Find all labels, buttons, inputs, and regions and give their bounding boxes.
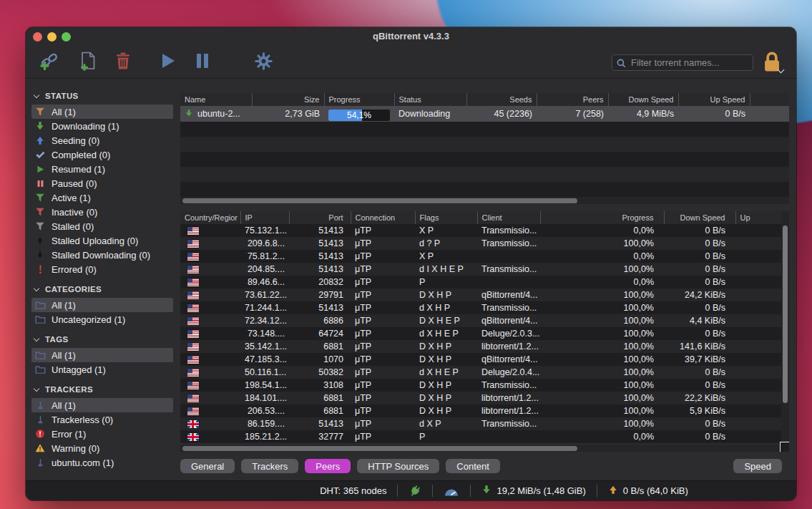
country-flag-icon bbox=[187, 291, 199, 299]
peers-col-flags[interactable]: Flags bbox=[415, 211, 477, 224]
tab-http-sources[interactable]: HTTP Sources bbox=[357, 459, 439, 473]
tab-content[interactable]: Content bbox=[446, 459, 500, 473]
sidebar-item-tracker-warning[interactable]: Warning (0) bbox=[31, 441, 173, 455]
sidebar-item-all-trackers[interactable]: All (1) bbox=[31, 398, 173, 412]
peer-row[interactable]: 73.61.22... 29791 μTP D X H P qBittorren… bbox=[180, 289, 789, 301]
sidebar-item-tracker-ubuntu[interactable]: ubuntu.com (1) bbox=[31, 455, 173, 470]
pause-button[interactable] bbox=[192, 52, 213, 73]
torrents-col-progress[interactable]: Progress bbox=[324, 93, 394, 106]
delete-button[interactable] bbox=[112, 52, 134, 73]
peer-row[interactable]: 198.54.1... 3108 μTP D X H P Transmissio… bbox=[180, 379, 789, 392]
peer-row[interactable]: 47.185.3... 1070 μTP D X H P qBittorrent… bbox=[180, 353, 789, 366]
peer-connection: μTP bbox=[351, 237, 415, 250]
peer-ip: 86.159.... bbox=[240, 417, 289, 430]
tab-speed[interactable]: Speed bbox=[733, 459, 782, 473]
scrollbar-thumb[interactable] bbox=[182, 446, 577, 451]
peer-progress: 100,0% bbox=[540, 289, 664, 301]
sidebar-item-stalled[interactable]: Stalled (0) bbox=[31, 219, 173, 233]
peers-vertical-scrollbar[interactable] bbox=[781, 211, 789, 445]
sidebar-item-stalled-downloading[interactable]: Stalled Downloading (0) bbox=[31, 248, 173, 262]
torrents-col-name[interactable]: Name bbox=[180, 93, 252, 106]
peer-down-speed: 0 B/s bbox=[664, 366, 735, 379]
sidebar-section-trackers[interactable]: TRACKERS bbox=[33, 382, 179, 397]
torrents-col-status[interactable]: Status bbox=[394, 93, 466, 106]
alt-speed-gauge-icon[interactable] bbox=[444, 485, 459, 497]
peer-row[interactable]: 209.6.8... 51413 μTP d ? P Transmissio..… bbox=[180, 237, 789, 250]
peer-port: 51413 bbox=[289, 417, 351, 430]
sidebar-item-completed[interactable]: Completed (0) bbox=[31, 147, 173, 162]
play-icon bbox=[159, 52, 177, 73]
sidebar-item-all-categories[interactable]: All (1) bbox=[31, 298, 173, 312]
peer-flags: d ? P bbox=[415, 237, 477, 250]
sidebar-item-active[interactable]: Active (1) bbox=[31, 190, 173, 205]
sidebar-item-inactive[interactable]: Inactive (0) bbox=[31, 205, 173, 219]
peers-col-connection[interactable]: Connection bbox=[351, 211, 415, 224]
torrents-col-filler bbox=[750, 93, 789, 106]
resize-corner-handle[interactable] bbox=[780, 442, 789, 452]
peer-row[interactable]: 35.142.1... 6881 μTP D X H P libtorrent/… bbox=[180, 340, 789, 353]
peers-col-port[interactable]: Port bbox=[289, 211, 351, 224]
scrollbar-thumb[interactable] bbox=[783, 226, 788, 403]
titlebar[interactable]: qBittorrent v4.3.3 bbox=[26, 27, 796, 46]
torrents-col-up-speed[interactable]: Up Speed bbox=[678, 93, 750, 106]
add-torrent-link-button[interactable] bbox=[39, 52, 60, 73]
sidebar-section-categories[interactable]: CATEGORIES bbox=[33, 282, 179, 296]
peers-col-progress[interactable]: Progress bbox=[540, 211, 664, 224]
peers-col-ip[interactable]: IP bbox=[240, 211, 289, 224]
sidebar-item-resumed[interactable]: Resumed (1) bbox=[31, 162, 173, 176]
peer-row[interactable]: 73.148.... 64724 μTP d X H E P Deluge/2.… bbox=[180, 327, 789, 340]
sidebar-item-uncategorized[interactable]: Uncategorized (1) bbox=[31, 312, 173, 326]
peer-flags: P bbox=[415, 430, 477, 443]
peer-row[interactable]: 75.132.1... 51413 μTP X P Transmissio...… bbox=[180, 224, 789, 237]
peers-col-country[interactable]: Country/Regior bbox=[180, 211, 240, 224]
sidebar-item-downloading[interactable]: Downloading (1) bbox=[31, 119, 173, 133]
torrents-horizontal-scrollbar[interactable] bbox=[180, 197, 789, 204]
peer-port: 51413 bbox=[289, 301, 351, 314]
sidebar-item-all-tags[interactable]: All (1) bbox=[31, 348, 173, 362]
peer-ip: 75.132.1... bbox=[240, 224, 289, 237]
sidebar-item-seeding[interactable]: Seeding (0) bbox=[31, 133, 173, 147]
torrents-col-peers[interactable]: Peers bbox=[537, 93, 608, 106]
torrents-col-seeds[interactable]: Seeds bbox=[466, 93, 537, 106]
empty-row bbox=[180, 137, 789, 152]
peer-row[interactable]: 185.21.2... 32777 μTP P 0,0% 0 B/s bbox=[180, 430, 789, 443]
peer-row[interactable]: 50.116.1... 50382 μTP d X H E P Deluge/2… bbox=[180, 366, 789, 379]
arrow-down-icon bbox=[34, 120, 46, 132]
peer-row[interactable]: 72.34.12... 6886 μTP D X H E P qBittorre… bbox=[180, 314, 789, 327]
sidebar-item-untagged[interactable]: Untagged (1) bbox=[31, 362, 173, 377]
sidebar-item-errored[interactable]: Errored (0) bbox=[31, 262, 173, 276]
peer-row[interactable]: 184.101.... 6881 μTP D X H P libtorrent/… bbox=[180, 392, 789, 404]
sidebar-item-trackerless[interactable]: Trackerless (0) bbox=[31, 412, 173, 427]
country-flag-icon bbox=[187, 304, 199, 312]
peer-row[interactable]: 206.53.... 6881 μTP D X H P libtorrent/1… bbox=[180, 404, 789, 417]
peer-flags: X P bbox=[415, 250, 477, 263]
peers-horizontal-scrollbar[interactable] bbox=[180, 445, 781, 452]
peer-row[interactable]: 71.244.1... 51413 μTP d X H P Transmissi… bbox=[180, 301, 789, 314]
tab-trackers[interactable]: Trackers bbox=[241, 459, 298, 473]
filter-torrents-input[interactable] bbox=[612, 54, 753, 71]
sidebar-item-paused[interactable]: Paused (0) bbox=[31, 176, 173, 190]
tab-peers[interactable]: Peers bbox=[305, 459, 351, 473]
peers-col-client[interactable]: Client bbox=[477, 211, 540, 224]
sidebar-item-stalled-uploading[interactable]: Stalled Uploading (0) bbox=[31, 233, 173, 248]
gear-icon bbox=[254, 52, 273, 74]
tab-general[interactable]: General bbox=[180, 459, 235, 473]
resume-button[interactable] bbox=[157, 52, 179, 73]
peers-col-down-speed[interactable]: Down Speed bbox=[664, 211, 735, 224]
options-button[interactable] bbox=[253, 52, 274, 73]
sidebar-item-tracker-error[interactable]: Error (1) bbox=[31, 427, 173, 441]
sidebar-section-status[interactable]: STATUS bbox=[33, 89, 179, 103]
peer-row[interactable]: 204.85.... 51413 μTP d I X H E P Transmi… bbox=[180, 263, 789, 276]
torrents-col-down-speed[interactable]: Down Speed bbox=[608, 93, 678, 106]
torrent-row[interactable]: ubuntu-2... 2,73 GiB 54,1% Downloading 4… bbox=[180, 106, 789, 122]
torrents-col-size[interactable]: Size bbox=[252, 93, 324, 106]
peer-connection: μTP bbox=[351, 404, 415, 417]
peer-row[interactable]: 86.159.... 51413 μTP d X P Transmissio..… bbox=[180, 417, 789, 430]
sidebar-item-all-status[interactable]: All (1) bbox=[31, 105, 173, 119]
sidebar-section-tags[interactable]: TAGS bbox=[33, 332, 179, 346]
peer-progress: 100,0% bbox=[540, 392, 664, 404]
scrollbar-thumb[interactable] bbox=[182, 198, 577, 203]
add-torrent-file-button[interactable] bbox=[77, 52, 99, 73]
peer-row[interactable]: 75.81.2... 51413 μTP X P 0,0% 0 B/s bbox=[180, 250, 789, 263]
peer-row[interactable]: 89.46.6... 20832 μTP P 0,0% 0 B/s bbox=[180, 276, 789, 289]
